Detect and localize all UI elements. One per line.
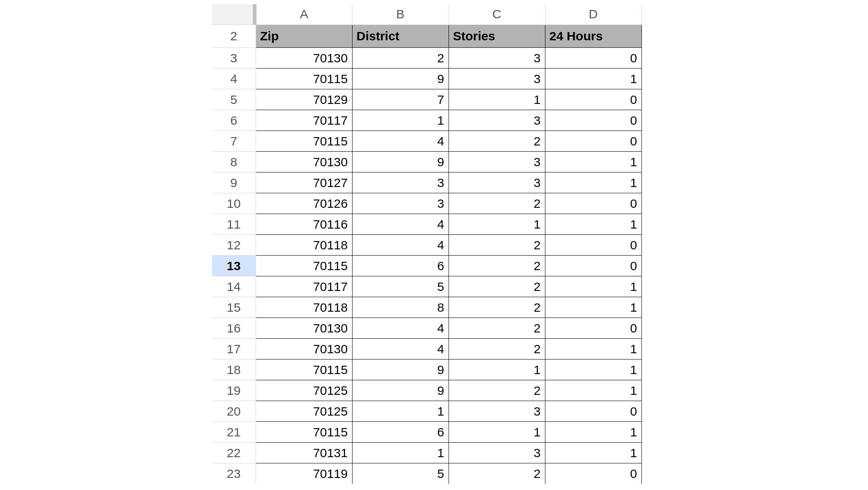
field-header-zip[interactable]: Zip [256,25,352,47]
row-header[interactable]: 22 [212,442,256,463]
cell[interactable]: 1 [545,442,641,463]
column-header-D[interactable]: D [545,4,641,25]
row-header[interactable]: 10 [212,193,256,214]
cell[interactable]: 70127 [256,172,352,193]
cell[interactable]: 5 [352,276,449,297]
cell[interactable]: 1 [545,68,641,89]
cell[interactable]: 70129 [256,89,352,110]
cell[interactable]: 1 [449,89,545,110]
field-header-stories[interactable]: Stories [449,25,545,47]
cell[interactable]: 70115 [256,421,352,442]
cell[interactable]: 1 [352,442,449,463]
cell[interactable]: 0 [545,110,641,131]
cell[interactable]: 1 [545,297,641,318]
cell[interactable]: 1 [545,172,641,193]
row-header[interactable]: 7 [212,131,256,151]
cell[interactable]: 1 [545,214,641,234]
cell[interactable]: 70118 [256,297,352,318]
cell[interactable]: 0 [545,255,641,276]
cell[interactable]: 1 [545,421,641,442]
select-all-corner[interactable] [212,4,256,25]
cell[interactable]: 1 [352,401,449,421]
column-header-B[interactable]: B [352,4,449,25]
row-header[interactable]: 12 [212,234,256,255]
cell[interactable]: 2 [352,47,449,68]
cell[interactable]: 4 [352,338,449,359]
cell[interactable]: 3 [449,110,545,131]
cell[interactable]: 1 [449,421,545,442]
cell[interactable]: 70119 [256,463,352,484]
cell[interactable]: 2 [449,463,545,484]
cell[interactable]: 2 [449,255,545,276]
row-header[interactable]: 21 [212,421,256,442]
cell[interactable]: 9 [352,151,449,172]
cell[interactable]: 70116 [256,214,352,234]
cell[interactable]: 2 [449,297,545,318]
cell[interactable]: 0 [545,318,641,338]
cell[interactable]: 70118 [256,234,352,255]
cell[interactable]: 70131 [256,442,352,463]
cell[interactable]: 5 [352,463,449,484]
cell[interactable]: 3 [449,442,545,463]
row-header[interactable]: 13 [212,255,256,276]
cell[interactable]: 0 [545,463,641,484]
cell[interactable]: 3 [449,172,545,193]
cell[interactable]: 2 [449,193,545,214]
cell[interactable]: 0 [545,47,641,68]
cell[interactable]: 1 [545,338,641,359]
cell[interactable]: 0 [545,234,641,255]
cell[interactable]: 2 [449,318,545,338]
row-header[interactable]: 18 [212,359,256,380]
cell[interactable]: 9 [352,68,449,89]
cell[interactable]: 7 [352,89,449,110]
cell[interactable]: 70125 [256,380,352,401]
column-header-A[interactable]: A [256,4,352,25]
cell[interactable]: 1 [449,214,545,234]
row-header[interactable]: 20 [212,401,256,421]
row-header[interactable]: 17 [212,338,256,359]
cell[interactable]: 70126 [256,193,352,214]
cell[interactable]: 1 [449,359,545,380]
row-header[interactable]: 23 [212,463,256,484]
cell[interactable]: 0 [545,131,641,151]
row-header[interactable]: 19 [212,380,256,401]
cell[interactable]: 1 [545,359,641,380]
cell[interactable]: 70115 [256,255,352,276]
spreadsheet-grid[interactable]: A B C D 2 Zip District Stories 24 Hours … [212,4,642,484]
cell[interactable]: 2 [449,234,545,255]
cell[interactable]: 6 [352,421,449,442]
cell[interactable]: 0 [545,89,641,110]
row-header[interactable]: 14 [212,276,256,297]
cell[interactable]: 2 [449,380,545,401]
column-header-C[interactable]: C [449,4,545,25]
cell[interactable]: 70117 [256,276,352,297]
field-header-district[interactable]: District [352,25,449,47]
cell[interactable]: 2 [449,338,545,359]
cell[interactable]: 70115 [256,131,352,151]
cell[interactable]: 70115 [256,359,352,380]
row-header[interactable]: 15 [212,297,256,318]
cell[interactable]: 1 [545,380,641,401]
row-header[interactable]: 2 [212,25,256,47]
cell[interactable]: 4 [352,214,449,234]
cell[interactable]: 70130 [256,151,352,172]
row-header[interactable]: 9 [212,172,256,193]
cell[interactable]: 70130 [256,47,352,68]
cell[interactable]: 70125 [256,401,352,421]
cell[interactable]: 3 [449,401,545,421]
cell[interactable]: 4 [352,131,449,151]
cell[interactable]: 3 [449,151,545,172]
cell[interactable]: 70117 [256,110,352,131]
cell[interactable]: 3 [352,193,449,214]
cell[interactable]: 3 [352,172,449,193]
row-header[interactable]: 6 [212,110,256,131]
cell[interactable]: 1 [545,276,641,297]
row-header[interactable]: 4 [212,68,256,89]
cell[interactable]: 0 [545,401,641,421]
cell[interactable]: 70115 [256,68,352,89]
row-header[interactable]: 11 [212,214,256,234]
cell[interactable]: 70130 [256,318,352,338]
cell[interactable]: 4 [352,234,449,255]
cell[interactable]: 2 [449,131,545,151]
cell[interactable]: 70130 [256,338,352,359]
